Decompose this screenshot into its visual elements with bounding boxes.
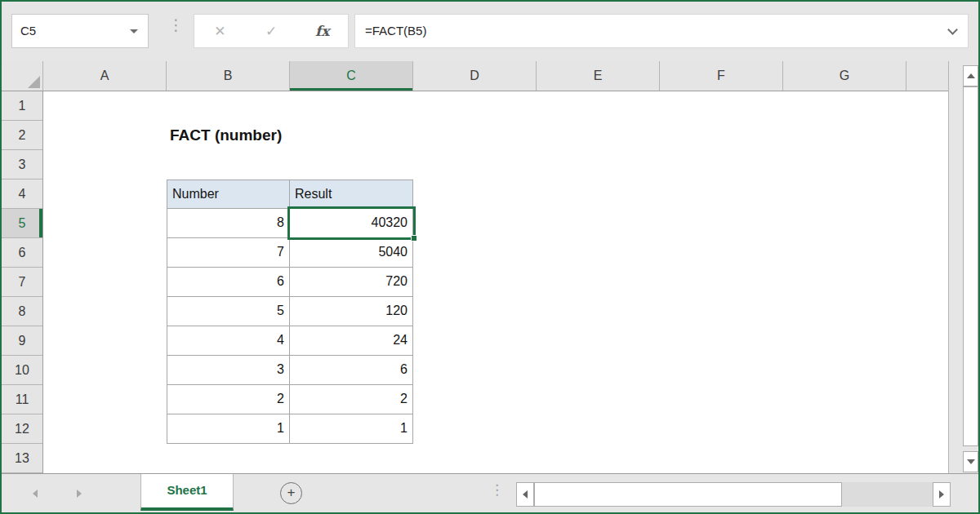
- table-cell[interactable]: 3: [167, 356, 290, 385]
- sheet-tab-bar: Sheet1 + ⋮: [2, 473, 978, 512]
- table-row: 36: [167, 356, 414, 385]
- row-header-12[interactable]: 12: [2, 414, 42, 444]
- name-box[interactable]: C5: [11, 14, 149, 48]
- table-cell[interactable]: 8: [167, 209, 290, 238]
- scroll-left-icon: [523, 490, 528, 498]
- cancel-icon[interactable]: ✕: [194, 15, 246, 47]
- table-row: 11: [167, 414, 414, 444]
- table-header-row: NumberResult: [167, 179, 414, 209]
- tab-sheet1[interactable]: Sheet1: [140, 474, 234, 511]
- excel-window: C5 ⋮ ✕ ✓ fx =FACT(B5) ABCDEFG 1234567891…: [0, 0, 980, 514]
- formula-text: =FACT(B5): [365, 15, 426, 47]
- table-row: 22: [167, 385, 414, 414]
- prev-sheet-icon[interactable]: [33, 490, 38, 498]
- table-cell[interactable]: 2: [167, 385, 290, 414]
- enter-icon[interactable]: ✓: [246, 15, 297, 47]
- table-cell[interactable]: 7: [167, 238, 290, 268]
- table-cell[interactable]: 2: [290, 385, 413, 414]
- scroll-down-icon: [967, 459, 975, 464]
- row-header-2[interactable]: 2: [2, 121, 42, 150]
- table-header-cell[interactable]: Result: [290, 179, 413, 209]
- table-row: 6720: [167, 268, 414, 297]
- add-sheet-button[interactable]: +: [280, 482, 302, 504]
- table-cell[interactable]: 5040: [290, 238, 413, 268]
- vscroll-thumb[interactable]: [963, 86, 978, 446]
- table-cell[interactable]: 24: [290, 326, 413, 356]
- table-header-cell[interactable]: Number: [167, 179, 290, 209]
- formula-buttons: ✕ ✓ fx: [194, 14, 349, 48]
- formula-input[interactable]: =FACT(B5): [354, 14, 969, 48]
- row-header-7[interactable]: 7: [2, 268, 42, 297]
- table-cell[interactable]: 120: [290, 297, 413, 326]
- table-cell[interactable]: 1: [167, 414, 290, 444]
- data-table: NumberResult8403207504067205120424362211: [167, 179, 414, 444]
- column-header-partial[interactable]: [906, 61, 948, 91]
- scroll-up-icon: [967, 73, 975, 78]
- hscroll-thumb[interactable]: [534, 482, 842, 507]
- column-header-E[interactable]: E: [537, 61, 660, 91]
- tab-bar-dots-icon: ⋮: [490, 485, 504, 496]
- column-header-G[interactable]: G: [783, 61, 906, 91]
- row-header-1[interactable]: 1: [2, 91, 42, 121]
- vscroll-down-button[interactable]: [963, 451, 978, 472]
- row-header-13[interactable]: 13: [2, 444, 42, 473]
- select-all-corner[interactable]: [2, 61, 43, 91]
- row-header-10[interactable]: 10: [2, 356, 42, 385]
- column-header-C[interactable]: C: [290, 61, 413, 91]
- row-header-5[interactable]: 5: [2, 209, 42, 238]
- fill-handle[interactable]: [411, 235, 417, 241]
- column-header-B[interactable]: B: [167, 61, 290, 91]
- hscroll-right-button[interactable]: [933, 482, 951, 507]
- table-cell[interactable]: 6: [167, 268, 290, 297]
- table-cell[interactable]: 720: [290, 268, 413, 297]
- row-header-3[interactable]: 3: [2, 150, 42, 179]
- table-row: 5120: [167, 297, 414, 326]
- table-cell[interactable]: 6: [290, 356, 413, 385]
- table-row: 424: [167, 326, 414, 356]
- table-cell[interactable]: 4: [167, 326, 290, 356]
- scroll-right-icon: [939, 490, 944, 498]
- table-cell[interactable]: 1: [290, 414, 413, 444]
- worksheet-title-cell[interactable]: FACT (number): [170, 121, 282, 150]
- formula-bar-region: C5 ⋮ ✕ ✓ fx =FACT(B5): [2, 2, 978, 61]
- row-header-6[interactable]: 6: [2, 238, 42, 268]
- table-cell[interactable]: 40320: [290, 209, 413, 238]
- column-header-A[interactable]: A: [43, 61, 167, 91]
- formula-bar-drag-dots-icon: ⋮: [168, 20, 184, 31]
- row-header-8[interactable]: 8: [2, 297, 42, 326]
- vscroll-up-button[interactable]: [963, 65, 978, 86]
- name-box-dropdown-icon[interactable]: [130, 29, 138, 33]
- column-header-band: ABCDEFG: [2, 61, 948, 91]
- table-row: 75040: [167, 238, 414, 268]
- name-box-value: C5: [20, 15, 36, 47]
- next-sheet-icon[interactable]: [77, 490, 82, 498]
- expand-formula-bar-icon[interactable]: [947, 24, 958, 35]
- select-all-triangle-icon: [28, 76, 40, 88]
- table-cell[interactable]: 5: [167, 297, 290, 326]
- table-row: 840320: [167, 209, 414, 238]
- row-header-11[interactable]: 11: [2, 385, 42, 414]
- column-header-F[interactable]: F: [660, 61, 783, 91]
- row-header-band: 12345678910111213: [2, 91, 43, 473]
- row-header-9[interactable]: 9: [2, 326, 42, 356]
- hscroll-left-button[interactable]: [516, 482, 534, 507]
- row-header-4[interactable]: 4: [2, 179, 42, 209]
- column-headers: ABCDEFG: [43, 61, 948, 91]
- insert-function-icon[interactable]: fx: [296, 15, 348, 47]
- column-header-D[interactable]: D: [413, 61, 537, 91]
